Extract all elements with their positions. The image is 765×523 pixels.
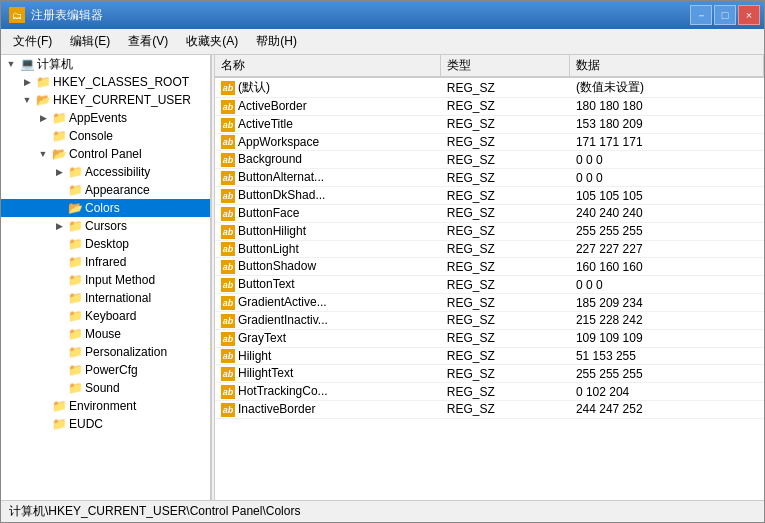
reg-sz-icon: ab [221, 314, 235, 328]
tree-item-hkcr[interactable]: ▶ 📁 HKEY_CLASSES_ROOT [1, 73, 210, 91]
table-row[interactable]: abGradientActive...REG_SZ185 209 234 [215, 294, 764, 312]
tree-item-console[interactable]: ▶ 📁 Console [1, 127, 210, 145]
folder-icon: 📁 [67, 327, 83, 341]
cell-type: REG_SZ [441, 383, 570, 401]
table-row[interactable]: abButtonHilightREG_SZ255 255 255 [215, 222, 764, 240]
tree-item-powercfg[interactable]: ▶ 📁 PowerCfg [1, 361, 210, 379]
table-row[interactable]: ab(默认)REG_SZ(数值未设置) [215, 77, 764, 98]
table-row[interactable]: abHilightREG_SZ51 153 255 [215, 347, 764, 365]
tree-scroll[interactable]: ▼ 💻 计算机 ▶ 📁 HKEY_CLASSES_ROOT ▼ 📂 HKEY_C… [1, 55, 210, 500]
tree-item-appearance[interactable]: ▶ 📁 Appearance [1, 181, 210, 199]
folder-icon: 📁 [67, 363, 83, 377]
cell-data: 240 240 240 [570, 204, 764, 222]
tree-item-eudc[interactable]: ▶ 📁 EUDC [1, 415, 210, 433]
tree-item-environment[interactable]: ▶ 📁 Environment [1, 397, 210, 415]
folder-icon: 📁 [51, 417, 67, 431]
tree-item-international[interactable]: ▶ 📁 International [1, 289, 210, 307]
tree-item-desktop[interactable]: ▶ 📁 Desktop [1, 235, 210, 253]
close-button[interactable]: × [738, 5, 760, 25]
expand-icon: ▼ [35, 149, 51, 159]
tree-item-hkcu[interactable]: ▼ 📂 HKEY_CURRENT_USER [1, 91, 210, 109]
expand-icon: ▶ [51, 383, 67, 393]
table-row[interactable]: abInactiveBorderREG_SZ244 247 252 [215, 401, 764, 419]
folder-icon: 📁 [67, 237, 83, 251]
cell-type: REG_SZ [441, 347, 570, 365]
detail-table: 名称 类型 数据 ab(默认)REG_SZ(数值未设置)abActiveBord… [215, 55, 764, 419]
tree-item-infrared[interactable]: ▶ 📁 Infrared [1, 253, 210, 271]
tree-item-inputmethod[interactable]: ▶ 📁 Input Method [1, 271, 210, 289]
tree-root-label: 计算机 [35, 56, 73, 73]
table-row[interactable]: abActiveTitleREG_SZ153 180 209 [215, 115, 764, 133]
menu-edit[interactable]: 编辑(E) [62, 31, 118, 52]
tree-item-keyboard[interactable]: ▶ 📁 Keyboard [1, 307, 210, 325]
cell-data: 0 102 204 [570, 383, 764, 401]
status-bar: 计算机\HKEY_CURRENT_USER\Control Panel\Colo… [1, 500, 764, 522]
table-row[interactable]: abButtonDkShad...REG_SZ105 105 105 [215, 187, 764, 205]
table-row[interactable]: abGrayTextREG_SZ109 109 109 [215, 329, 764, 347]
folder-open-icon: 📂 [67, 201, 83, 215]
menu-file[interactable]: 文件(F) [5, 31, 60, 52]
expand-icon: ▶ [51, 185, 67, 195]
expand-icon: ▶ [51, 275, 67, 285]
tree-item-cursors[interactable]: ▶ 📁 Cursors [1, 217, 210, 235]
cell-type: REG_SZ [441, 294, 570, 312]
reg-sz-icon: ab [221, 225, 235, 239]
cell-name: abButtonAlternat... [215, 169, 441, 187]
cell-name: abBackground [215, 151, 441, 169]
tree-item-sound[interactable]: ▶ 📁 Sound [1, 379, 210, 397]
expand-icon: ▶ [51, 311, 67, 321]
col-header-type[interactable]: 类型 [441, 55, 570, 77]
cell-name: abActiveBorder [215, 98, 441, 116]
minimize-button[interactable]: － [690, 5, 712, 25]
table-row[interactable]: abAppWorkspaceREG_SZ171 171 171 [215, 133, 764, 151]
maximize-button[interactable]: □ [714, 5, 736, 25]
folder-open-icon: 📂 [35, 93, 51, 107]
tree-item-appevents[interactable]: ▶ 📁 AppEvents [1, 109, 210, 127]
title-buttons: － □ × [690, 5, 760, 25]
expand-icon: ▼ [3, 59, 19, 69]
cell-type: REG_SZ [441, 365, 570, 383]
col-header-name[interactable]: 名称 [215, 55, 441, 77]
detail-scroll[interactable]: 名称 类型 数据 ab(默认)REG_SZ(数值未设置)abActiveBord… [215, 55, 764, 500]
cell-type: REG_SZ [441, 258, 570, 276]
title-bar: 🗂 注册表编辑器 － □ × [1, 1, 764, 29]
table-row[interactable]: abActiveBorderREG_SZ180 180 180 [215, 98, 764, 116]
cell-type: REG_SZ [441, 204, 570, 222]
table-row[interactable]: abButtonTextREG_SZ0 0 0 [215, 276, 764, 294]
tree-item-accessibility[interactable]: ▶ 📁 Accessibility [1, 163, 210, 181]
tree-item-controlpanel[interactable]: ▼ 📂 Control Panel [1, 145, 210, 163]
cell-name: ab(默认) [215, 77, 441, 98]
cell-data: 180 180 180 [570, 98, 764, 116]
status-text: 计算机\HKEY_CURRENT_USER\Control Panel\Colo… [9, 503, 300, 520]
cell-data: 0 0 0 [570, 169, 764, 187]
tree-item-mouse[interactable]: ▶ 📁 Mouse [1, 325, 210, 343]
tree-item-colors[interactable]: ▶ 📂 Colors [1, 199, 210, 217]
tree-label-environment: Environment [67, 399, 136, 413]
expand-icon: ▶ [35, 113, 51, 123]
table-row[interactable]: abGradientInactiv...REG_SZ215 228 242 [215, 311, 764, 329]
expand-icon: ▶ [51, 221, 67, 231]
expand-icon: ▶ [35, 419, 51, 429]
table-row[interactable]: abButtonFaceREG_SZ240 240 240 [215, 204, 764, 222]
table-row[interactable]: abHilightTextREG_SZ255 255 255 [215, 365, 764, 383]
tree-label-colors: Colors [83, 201, 120, 215]
menu-favorites[interactable]: 收藏夹(A) [178, 31, 246, 52]
table-row[interactable]: abButtonAlternat...REG_SZ0 0 0 [215, 169, 764, 187]
expand-icon: ▶ [35, 131, 51, 141]
cell-name: abButtonText [215, 276, 441, 294]
cell-type: REG_SZ [441, 329, 570, 347]
table-row[interactable]: abBackgroundREG_SZ0 0 0 [215, 151, 764, 169]
expand-icon: ▶ [51, 239, 67, 249]
tree-label-inputmethod: Input Method [83, 273, 155, 287]
table-row[interactable]: abButtonLightREG_SZ227 227 227 [215, 240, 764, 258]
tree-label-infrared: Infrared [83, 255, 126, 269]
table-row[interactable]: abButtonShadowREG_SZ160 160 160 [215, 258, 764, 276]
folder-icon: 📁 [67, 273, 83, 287]
tree-item-personalization[interactable]: ▶ 📁 Personalization [1, 343, 210, 361]
menu-view[interactable]: 查看(V) [120, 31, 176, 52]
tree-root[interactable]: ▼ 💻 计算机 [1, 55, 210, 73]
col-header-data[interactable]: 数据 [570, 55, 764, 77]
table-row[interactable]: abHotTrackingCo...REG_SZ0 102 204 [215, 383, 764, 401]
folder-icon: 📁 [51, 111, 67, 125]
menu-help[interactable]: 帮助(H) [248, 31, 305, 52]
